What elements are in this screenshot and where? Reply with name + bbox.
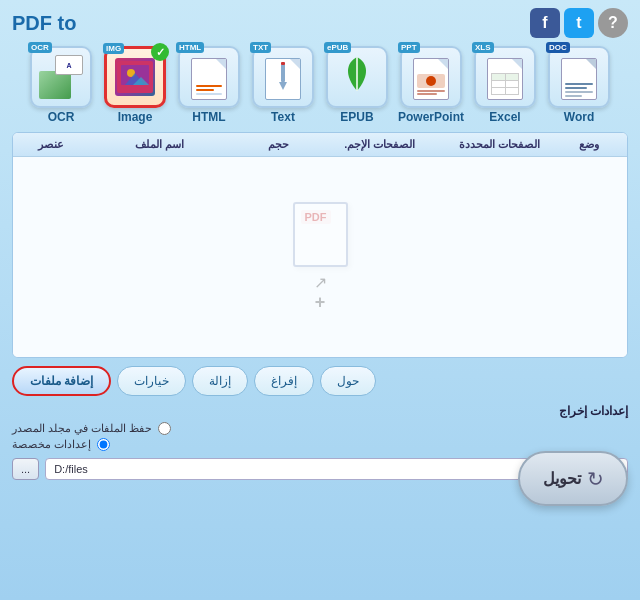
xls-badge: XLS [472,42,494,53]
format-text[interactable]: TXT Text [249,46,317,124]
pdf-drop-placeholder: PDF ↗ + [293,202,348,313]
about-button[interactable]: حول [320,366,376,396]
format-xls-label: Excel [489,110,520,124]
word-lines [562,79,596,99]
help-icon[interactable]: ? [598,8,628,38]
img-badge: IMG [103,43,124,54]
ppt-badge: PPT [398,42,420,53]
xls-page-corner [512,59,522,69]
col-filename: اسم الملف [81,138,238,151]
format-html-label: HTML [192,110,225,124]
format-image[interactable]: IMG ✓ Image [101,46,169,124]
app-title: PDF to [12,12,76,35]
format-text-label: Text [271,110,295,124]
format-epub-label: EPUB [340,110,373,124]
epub-badge: ePUB [324,42,351,53]
format-ocr-icon-wrap: OCR A [30,46,92,108]
cursor-icon: ↗ [314,273,327,292]
ocr-img-layer [39,71,71,99]
convert-icon: ↻ [587,467,604,491]
options-button[interactable]: خيارات [117,366,186,396]
svg-rect-5 [281,64,285,82]
image-checkmark: ✓ [151,43,169,61]
format-image-icon-wrap: IMG ✓ [104,46,166,108]
text-page [265,58,301,100]
pdf-label: PDF [301,210,331,224]
txt-badge: TXT [250,42,271,53]
col-selected-pages: الصفحات المحددة [440,138,560,151]
format-word-label: Word [564,110,594,124]
clear-button[interactable]: إفراغ [254,366,314,396]
radio-source-folder[interactable] [158,422,171,435]
ppt-content [414,70,448,99]
convert-button-wrap: ↻ تحويل [518,451,628,506]
format-ppt-icon-wrap: PPT [400,46,462,108]
format-bar: OCR A OCR IMG ✓ Image [0,42,640,132]
header-icons: f t ? [530,8,628,38]
col-element: عنصر [21,138,81,151]
format-excel[interactable]: XLS Excel [471,46,539,124]
html-badge: HTML [176,42,204,53]
html-doc-icon [188,54,230,100]
facebook-icon[interactable]: f [530,8,560,38]
radio-custom-label: إعدادات مخصصة [12,438,91,451]
ocr-doc-icon: A [39,55,83,99]
browse-button[interactable]: ... [12,458,39,480]
col-total-pages: الصفحات الإجم. [320,138,440,151]
xls-doc-icon [484,54,526,100]
output-title: إعدادات إخراج [12,404,628,418]
ppt-page [413,58,449,100]
radio-custom-settings[interactable] [97,438,110,451]
table-body-drop[interactable]: PDF ↗ + [13,157,627,357]
word-page-corner [586,59,596,69]
format-epub-icon-wrap: ePUB [326,46,388,108]
ppt-page-corner [438,59,448,69]
format-xls-icon-wrap: XLS [474,46,536,108]
ocr-text-layer: A [55,55,83,75]
html-lines [192,82,226,99]
pdf-page-icon: PDF [293,202,348,267]
bottom-section: إعدادات إخراج حفظ الملفات في مجلد المصدر… [0,400,640,494]
header: PDF to f t ? [0,0,640,42]
file-table: عنصر اسم الملف حجم الصفحات الإجم. الصفحا… [12,132,628,358]
radio-row-custom: إعدادات مخصصة [12,438,628,451]
xls-page [487,58,523,100]
remove-button[interactable]: إزالة [192,366,248,396]
pencil-icon [266,59,300,99]
svg-marker-6 [279,82,287,90]
ppt-doc-icon [410,54,452,100]
format-html-icon-wrap: HTML [178,46,240,108]
convert-button[interactable]: ↻ تحويل [518,451,628,506]
convert-label: تحويل [543,469,581,488]
text-doc-icon [262,54,304,100]
html-page-corner [216,59,226,69]
action-buttons: إضافة ملفات خيارات إزالة إفراغ حول [0,358,640,400]
plus-icon: + [315,292,326,313]
format-word[interactable]: DOC Word [545,46,613,124]
output-settings: إعدادات إخراج حفظ الملفات في مجلد المصدر… [0,400,640,458]
format-ppt-label: PowerPoint [398,110,464,124]
format-epub[interactable]: ePUB EPUB [323,46,391,124]
format-ocr-label: OCR [48,110,75,124]
col-size: حجم [238,138,320,151]
html-page [191,58,227,100]
format-image-label: Image [118,110,153,124]
format-html[interactable]: HTML HTML [175,46,243,124]
radio-row-source: حفظ الملفات في مجلد المصدر [12,422,628,435]
ocr-badge: OCR [28,42,52,53]
doc-badge: DOC [546,42,570,53]
radio-source-folder-label: حفظ الملفات في مجلد المصدر [12,422,152,435]
format-ocr[interactable]: OCR A OCR [27,46,95,124]
format-doc-icon-wrap: DOC [548,46,610,108]
format-powerpoint[interactable]: PPT PowerPoint [397,46,465,124]
col-mode: وضع [559,138,619,151]
twitter-icon[interactable]: t [564,8,594,38]
xls-grid [488,69,522,99]
word-page [561,58,597,100]
image-preview-icon [115,58,155,96]
word-doc-icon [558,54,600,100]
format-text-icon-wrap: TXT [252,46,314,108]
table-header: عنصر اسم الملف حجم الصفحات الإجم. الصفحا… [13,133,627,157]
add-files-button[interactable]: إضافة ملفات [12,366,111,396]
epub-leaf-icon [340,55,374,100]
